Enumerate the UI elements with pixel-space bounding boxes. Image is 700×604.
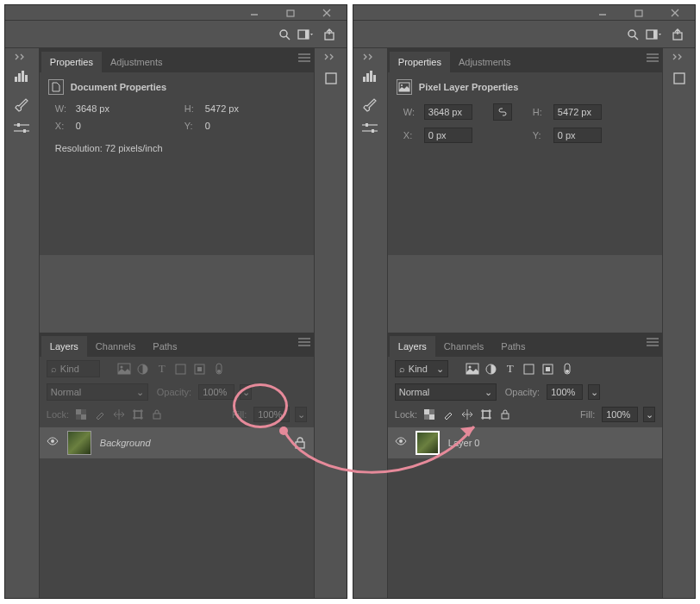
fill-chevron[interactable]: ⌄ bbox=[295, 407, 307, 422]
pixel-layer-icon bbox=[397, 79, 412, 95]
lock-transparency-icon[interactable] bbox=[422, 408, 436, 421]
filter-kind-select[interactable]: ⌕Kind⌄ bbox=[395, 360, 448, 377]
filter-type-icon[interactable]: T bbox=[155, 362, 169, 376]
window-minimize-button[interactable] bbox=[590, 7, 616, 19]
svg-point-87 bbox=[399, 439, 403, 443]
blend-mode-select[interactable]: Normal⌄ bbox=[47, 383, 148, 401]
filter-smart-icon[interactable] bbox=[193, 362, 207, 376]
opacity-input[interactable]: 100% bbox=[198, 384, 234, 400]
panel-menu-icon[interactable] bbox=[298, 53, 310, 64]
tab-adjustments[interactable]: Adjustments bbox=[102, 52, 172, 72]
visibility-icon[interactable] bbox=[47, 437, 59, 449]
filter-type-icon[interactable]: T bbox=[503, 362, 517, 376]
tab-adjustments[interactable]: Adjustments bbox=[450, 52, 520, 72]
sliders-icon[interactable] bbox=[358, 119, 382, 138]
layer-thumbnail[interactable] bbox=[67, 431, 91, 455]
tab-paths[interactable]: Paths bbox=[144, 336, 185, 357]
artboard-icon[interactable] bbox=[667, 69, 691, 88]
lock-icon[interactable] bbox=[295, 437, 307, 449]
filter-toggle-icon[interactable] bbox=[560, 362, 574, 376]
height-input[interactable]: 5472 px bbox=[553, 104, 602, 120]
brush-icon[interactable] bbox=[9, 93, 34, 112]
x-input[interactable]: 0 px bbox=[424, 128, 472, 143]
lock-position-icon[interactable] bbox=[112, 408, 126, 421]
layer-thumbnail[interactable] bbox=[416, 431, 440, 455]
top-toolbar bbox=[5, 21, 347, 48]
filter-adjustment-icon[interactable] bbox=[484, 362, 498, 376]
filter-shape-icon[interactable] bbox=[174, 362, 188, 376]
search-icon[interactable] bbox=[278, 28, 291, 41]
layer-row[interactable]: Background bbox=[40, 427, 314, 458]
layer-name[interactable]: Layer 0 bbox=[448, 438, 655, 448]
filter-shape-icon[interactable] bbox=[522, 362, 536, 376]
svg-rect-54 bbox=[366, 73, 369, 82]
lock-paint-icon[interactable] bbox=[93, 408, 107, 421]
histogram-icon[interactable] bbox=[358, 67, 382, 86]
filter-kind-select[interactable]: ⌕Kind bbox=[47, 360, 100, 377]
blend-mode-select[interactable]: Normal⌄ bbox=[395, 383, 497, 401]
filter-image-icon[interactable] bbox=[466, 362, 479, 376]
fill-input[interactable]: 100% bbox=[253, 407, 290, 422]
lock-artboard-icon[interactable] bbox=[479, 408, 493, 421]
filter-image-icon[interactable] bbox=[117, 362, 131, 376]
layer-name[interactable]: Background bbox=[100, 438, 286, 448]
window-close-button[interactable] bbox=[314, 7, 340, 19]
visibility-icon[interactable] bbox=[395, 437, 407, 449]
svg-rect-32 bbox=[81, 414, 86, 420]
lock-transparency-icon[interactable] bbox=[74, 408, 88, 421]
search-icon[interactable] bbox=[626, 28, 640, 41]
link-icon[interactable] bbox=[493, 103, 512, 121]
height-label: H: bbox=[533, 107, 548, 117]
mid-column: Properties Adjustments Document Properti… bbox=[40, 48, 314, 598]
filter-smart-icon[interactable] bbox=[541, 362, 555, 376]
tab-layers[interactable]: Layers bbox=[390, 336, 435, 357]
panel-menu-icon[interactable] bbox=[647, 338, 659, 348]
tab-channels[interactable]: Channels bbox=[87, 336, 144, 357]
filter-adjustment-icon[interactable] bbox=[136, 362, 150, 376]
y-input[interactable]: 0 px bbox=[553, 128, 602, 143]
collapse-icon[interactable] bbox=[363, 52, 377, 60]
filter-toggle-icon[interactable] bbox=[212, 362, 226, 376]
lock-all-icon[interactable] bbox=[498, 408, 512, 421]
window-maximize-button[interactable] bbox=[278, 7, 303, 19]
lock-position-icon[interactable] bbox=[460, 408, 474, 421]
window-minimize-button[interactable] bbox=[241, 7, 267, 19]
opacity-chevron[interactable]: ⌄ bbox=[588, 384, 600, 400]
lock-artboard-icon[interactable] bbox=[131, 408, 145, 421]
lock-all-icon[interactable] bbox=[150, 408, 164, 421]
tab-properties[interactable]: Properties bbox=[41, 52, 102, 72]
collapse-icon[interactable] bbox=[672, 52, 686, 60]
brush-icon[interactable] bbox=[358, 93, 382, 112]
panel-menu-icon[interactable] bbox=[647, 53, 659, 64]
artboard-icon[interactable] bbox=[319, 69, 343, 88]
tab-paths[interactable]: Paths bbox=[492, 336, 534, 357]
window-maximize-button[interactable] bbox=[626, 7, 652, 19]
fill-chevron[interactable]: ⌄ bbox=[643, 407, 655, 422]
opacity-input[interactable]: 100% bbox=[547, 384, 583, 400]
opacity-chevron[interactable]: ⌄ bbox=[240, 384, 252, 400]
histogram-icon[interactable] bbox=[9, 67, 34, 86]
layers-tabbar: Layers Channels Paths bbox=[388, 333, 662, 357]
lock-paint-icon[interactable] bbox=[441, 408, 455, 421]
fill-input[interactable]: 100% bbox=[602, 407, 638, 422]
share-icon[interactable] bbox=[671, 28, 684, 41]
window-titlebar bbox=[353, 5, 695, 21]
collapse-icon[interactable] bbox=[15, 52, 28, 60]
workspace-icon[interactable] bbox=[648, 28, 662, 41]
tab-channels[interactable]: Channels bbox=[435, 336, 492, 357]
sliders-icon[interactable] bbox=[9, 119, 34, 138]
tab-layers[interactable]: Layers bbox=[41, 336, 87, 357]
svg-rect-78 bbox=[429, 414, 434, 420]
workspace-icon[interactable] bbox=[300, 28, 314, 41]
y-value: 0 bbox=[205, 121, 210, 131]
width-input[interactable]: 3648 px bbox=[424, 104, 472, 120]
collapse-icon[interactable] bbox=[324, 52, 338, 60]
panel-menu-icon[interactable] bbox=[298, 338, 310, 348]
layer-row[interactable]: Layer 0 bbox=[388, 427, 662, 458]
window-close-button[interactable] bbox=[662, 7, 688, 19]
tab-properties[interactable]: Properties bbox=[390, 52, 450, 72]
width-label: W: bbox=[55, 103, 71, 114]
search-icon: ⌕ bbox=[51, 364, 57, 374]
share-icon[interactable] bbox=[322, 28, 336, 41]
x-label: X: bbox=[403, 130, 419, 140]
